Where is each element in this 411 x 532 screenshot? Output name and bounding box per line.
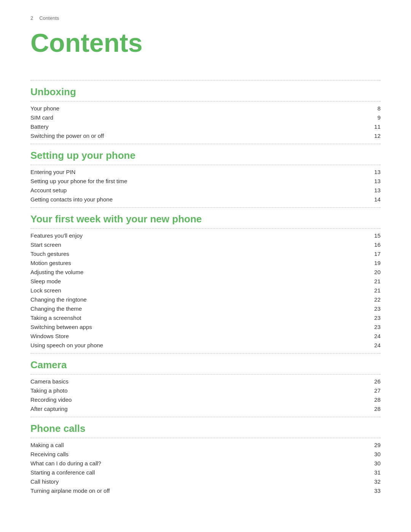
toc-entry: Taking a screenshot23 xyxy=(30,313,381,323)
toc-entry-page: 13 xyxy=(369,187,381,193)
toc-entry: Getting contacts into your phone14 xyxy=(30,195,381,204)
toc-entry-page: 30 xyxy=(369,460,381,466)
toc-entry: Switching between apps23 xyxy=(30,323,381,332)
section-heading-camera: Camera xyxy=(30,359,381,375)
toc-entry: Setting up your phone for the first time… xyxy=(30,177,381,186)
toc-entries-phone-calls: Making a call29Receiving calls30What can… xyxy=(30,441,381,495)
section-setting-up: Setting up your phoneEntering your PIN13… xyxy=(30,144,381,204)
toc-entry: Lock screen21 xyxy=(30,286,381,295)
toc-entry-label: Account setup xyxy=(30,187,67,193)
toc-entry: Camera basics26 xyxy=(30,377,381,386)
toc-entry-label: Features you'll enjoy xyxy=(30,232,83,239)
section-first-week: Your first week with your new phoneFeatu… xyxy=(30,207,381,350)
toc-entry-page: 27 xyxy=(369,387,381,394)
toc-entry-label: Call history xyxy=(30,478,59,485)
section-heading-setting-up: Setting up your phone xyxy=(30,150,381,165)
section-camera: CameraCamera basics26Taking a photo27Rec… xyxy=(30,353,381,414)
toc-entry-label: What can I do during a call? xyxy=(30,460,101,466)
toc-entry-label: After capturing xyxy=(30,406,68,412)
section-phone-calls: Phone callsMaking a call29Receiving call… xyxy=(30,417,381,495)
toc-entry-page: 21 xyxy=(369,287,381,294)
toc-entries-first-week: Features you'll enjoy15Start screen16Tou… xyxy=(30,231,381,350)
toc-entry-page: 33 xyxy=(369,487,381,494)
toc-entry-label: Switching between apps xyxy=(30,324,92,330)
toc-entry: Battery11 xyxy=(30,122,381,131)
toc-entry-page: 8 xyxy=(369,105,381,112)
toc-entry-label: Setting up your phone for the first time xyxy=(30,178,127,184)
toc-entry-label: Taking a screenshot xyxy=(30,315,81,321)
section-heading-phone-calls: Phone calls xyxy=(30,423,381,438)
toc-entry: Motion gestures19 xyxy=(30,259,381,268)
toc-entry-page: 16 xyxy=(369,241,381,248)
toc-entry: Your phone8 xyxy=(30,104,381,113)
toc-entry-label: Camera basics xyxy=(30,378,68,385)
toc-entry: Start screen16 xyxy=(30,240,381,249)
toc-entry-label: Sleep mode xyxy=(30,278,61,284)
toc-entry-page: 28 xyxy=(369,406,381,412)
toc-entry-page: 11 xyxy=(369,123,381,130)
toc-entry: Sleep mode21 xyxy=(30,277,381,286)
page-meta: 2 Contents xyxy=(30,15,381,21)
toc-entry-page: 20 xyxy=(369,269,381,275)
toc-entry: Starting a conference call31 xyxy=(30,468,381,477)
toc-entry-page: 17 xyxy=(369,251,381,257)
toc-entry-page: 21 xyxy=(369,278,381,284)
toc-entry-label: Touch gestures xyxy=(30,251,69,257)
page-title: Contents xyxy=(30,29,381,57)
toc-entry-page: 31 xyxy=(369,469,381,476)
toc-container: UnboxingYour phone8SIM card9Battery11Swi… xyxy=(30,80,381,495)
toc-entry-label: Turning airplane mode on or off xyxy=(30,487,110,494)
toc-entry-label: Making a call xyxy=(30,442,64,448)
toc-entry-page: 32 xyxy=(369,478,381,485)
toc-entry: Account setup13 xyxy=(30,186,381,195)
toc-entry-page: 14 xyxy=(369,196,381,203)
toc-entry-page: 9 xyxy=(369,114,381,121)
toc-entry-label: Adjusting the volume xyxy=(30,269,83,275)
toc-entry-label: Taking a photo xyxy=(30,387,68,394)
toc-entry-page: 22 xyxy=(369,296,381,303)
toc-entry: Receiving calls30 xyxy=(30,450,381,459)
toc-entry-page: 24 xyxy=(369,333,381,339)
toc-entry-page: 28 xyxy=(369,396,381,403)
page-number: 2 xyxy=(30,15,33,21)
toc-entry-label: Changing the theme xyxy=(30,305,82,312)
toc-entry-label: Getting contacts into your phone xyxy=(30,196,113,203)
toc-entry-label: Windows Store xyxy=(30,333,69,339)
toc-entries-setting-up: Entering your PIN13Setting up your phone… xyxy=(30,168,381,204)
toc-entry: Making a call29 xyxy=(30,441,381,450)
toc-entry: After capturing28 xyxy=(30,404,381,414)
toc-entry-label: Changing the ringtone xyxy=(30,296,87,303)
section-heading-first-week: Your first week with your new phone xyxy=(30,213,381,229)
toc-entry-page: 23 xyxy=(369,324,381,330)
toc-entry-label: Battery xyxy=(30,123,49,130)
toc-entry-page: 19 xyxy=(369,260,381,266)
toc-entry: Changing the ringtone22 xyxy=(30,295,381,304)
toc-entry: Taking a photo27 xyxy=(30,386,381,395)
toc-entry-label: SIM card xyxy=(30,114,53,121)
toc-entry-label: Start screen xyxy=(30,241,61,248)
toc-entry-label: Starting a conference call xyxy=(30,469,95,476)
toc-entry-label: Motion gestures xyxy=(30,260,71,266)
toc-entry-page: 13 xyxy=(369,178,381,184)
toc-entry: Adjusting the volume20 xyxy=(30,268,381,277)
toc-entry: Changing the theme23 xyxy=(30,304,381,313)
toc-entry: Entering your PIN13 xyxy=(30,168,381,177)
toc-entry-label: Your phone xyxy=(30,105,59,112)
toc-entry-label: Entering your PIN xyxy=(30,169,75,175)
toc-entry-page: 12 xyxy=(369,133,381,139)
toc-entry-page: 29 xyxy=(369,442,381,448)
toc-entry-page: 13 xyxy=(369,169,381,175)
toc-entry-page: 30 xyxy=(369,451,381,457)
toc-entry: SIM card9 xyxy=(30,113,381,122)
toc-entry-page: 24 xyxy=(369,342,381,348)
toc-entry-label: Using speech on your phone xyxy=(30,342,103,348)
toc-entry: Turning airplane mode on or off33 xyxy=(30,486,381,495)
toc-entry: Features you'll enjoy15 xyxy=(30,231,381,240)
toc-entries-unboxing: Your phone8SIM card9Battery11Switching t… xyxy=(30,104,381,141)
toc-entry: Windows Store24 xyxy=(30,332,381,341)
toc-entry: Switching the power on or off12 xyxy=(30,131,381,141)
toc-entry-label: Receiving calls xyxy=(30,451,68,457)
toc-entry-page: 23 xyxy=(369,315,381,321)
toc-entry: Using speech on your phone24 xyxy=(30,341,381,350)
toc-entries-camera: Camera basics26Taking a photo27Recording… xyxy=(30,377,381,414)
